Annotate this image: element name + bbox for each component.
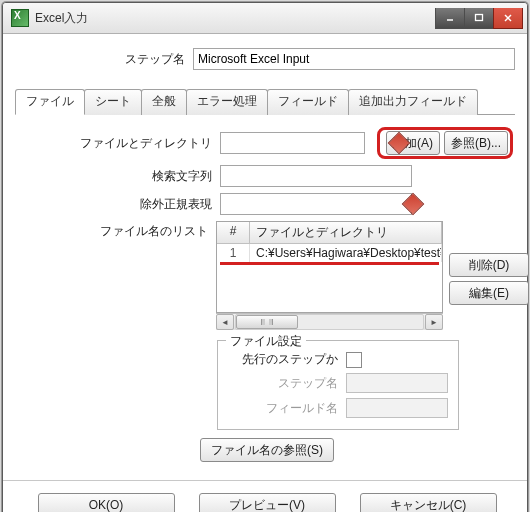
step-name-input[interactable]	[193, 48, 515, 70]
scroll-track[interactable]	[235, 314, 424, 330]
minimize-button[interactable]	[435, 8, 465, 29]
tabstrip: ファイル シート 全般 エラー処理 フィールド 追加出力フィールド	[15, 88, 515, 115]
excel-icon	[11, 9, 29, 27]
scroll-thumb[interactable]	[236, 315, 298, 329]
tab-file[interactable]: ファイル	[15, 89, 85, 115]
footer-buttons: OK(O) プレビュー(V) キャンセル(C)	[15, 493, 515, 512]
tab-general[interactable]: 全般	[141, 89, 187, 115]
filelist-label: ファイル名のリスト	[17, 221, 216, 240]
search-input[interactable]	[220, 165, 412, 187]
cell-num: 1	[217, 244, 250, 262]
side-buttons: 削除(D) 編集(E)	[449, 221, 513, 309]
stepname-select	[346, 373, 448, 393]
tab-additional-fields[interactable]: 追加出力フィールド	[348, 89, 478, 115]
table-header: # ファイルとディレクトリ	[217, 222, 442, 244]
col-path[interactable]: ファイルとディレクトリ	[250, 222, 442, 243]
client-area: ステップ名 ファイル シート 全般 エラー処理 フィールド 追加出力フィールド …	[3, 34, 527, 512]
file-table[interactable]: # ファイルとディレクトリ 1 C:¥Users¥Hagiwara¥Deskto…	[216, 221, 443, 313]
tab-fields[interactable]: フィールド	[267, 89, 349, 115]
scroll-left-icon[interactable]: ◄	[216, 314, 234, 330]
fieldname-select	[346, 398, 448, 418]
delete-button[interactable]: 削除(D)	[449, 253, 529, 277]
file-settings-legend: ファイル設定	[226, 333, 306, 350]
cell-path: C:¥Users¥Hagiwara¥Desktop¥test¥N	[250, 244, 442, 262]
fieldname-label: フィールド名	[228, 400, 346, 417]
window-title: Excel入力	[35, 10, 436, 27]
filedir-label: ファイルとディレクトリ	[17, 135, 220, 152]
step-name-label: ステップ名	[15, 51, 193, 68]
browse-names-button[interactable]: ファイル名の参照(S)	[200, 438, 334, 462]
search-label: 検索文字列	[17, 168, 220, 185]
cancel-button[interactable]: キャンセル(C)	[360, 493, 497, 512]
exclude-label: 除外正規表現	[17, 196, 220, 213]
maximize-button[interactable]	[464, 8, 494, 29]
tab-sheet[interactable]: シート	[84, 89, 142, 115]
dialog-window: Excel入力 ステップ名 ファイル シート 全般 エラー処理 フィールド 追加…	[2, 2, 528, 512]
edit-button[interactable]: 編集(E)	[449, 281, 529, 305]
table-row[interactable]: 1 C:¥Users¥Hagiwara¥Desktop¥test¥N	[217, 244, 442, 262]
prev-step-checkbox[interactable]	[346, 352, 362, 368]
file-table-container: # ファイルとディレクトリ 1 C:¥Users¥Hagiwara¥Deskto…	[216, 221, 443, 330]
titlebar[interactable]: Excel入力	[3, 3, 527, 34]
scroll-right-icon[interactable]: ►	[425, 314, 443, 330]
required-icon	[402, 193, 425, 216]
close-button[interactable]	[493, 8, 523, 29]
horizontal-scrollbar[interactable]: ◄ ►	[216, 313, 443, 330]
file-tab-panel: ファイルとディレクトリ 追加(A) 参照(B)... 検索文字列 除外正規表現	[15, 123, 515, 480]
tab-error[interactable]: エラー処理	[186, 89, 268, 115]
file-settings-group: ファイル設定 先行のステップか ステップ名 フィールド名	[217, 340, 459, 430]
prev-step-label: 先行のステップか	[228, 351, 346, 368]
window-controls	[436, 8, 523, 28]
ok-button[interactable]: OK(O)	[38, 493, 175, 512]
col-num[interactable]: #	[217, 222, 250, 243]
exclude-input[interactable]	[220, 193, 412, 215]
separator	[3, 480, 527, 481]
preview-button[interactable]: プレビュー(V)	[199, 493, 336, 512]
highlight-underline	[220, 262, 439, 265]
browse-button[interactable]: 参照(B)...	[444, 131, 508, 155]
filedir-input[interactable]	[220, 132, 365, 154]
stepname-label: ステップ名	[228, 375, 346, 392]
svg-rect-1	[476, 15, 483, 21]
